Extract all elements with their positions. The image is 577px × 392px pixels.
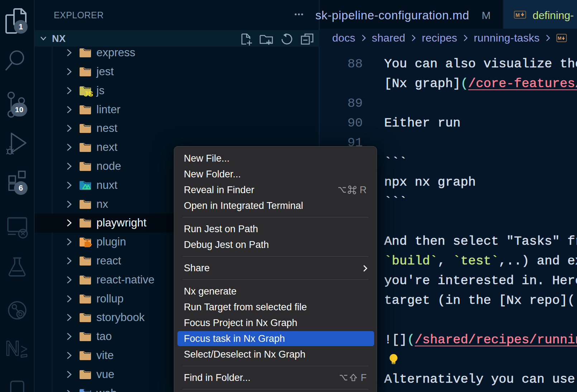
svg-text:JS: JS [84, 90, 93, 98]
svg-text:M: M [558, 35, 562, 41]
svg-text:M: M [516, 12, 520, 18]
